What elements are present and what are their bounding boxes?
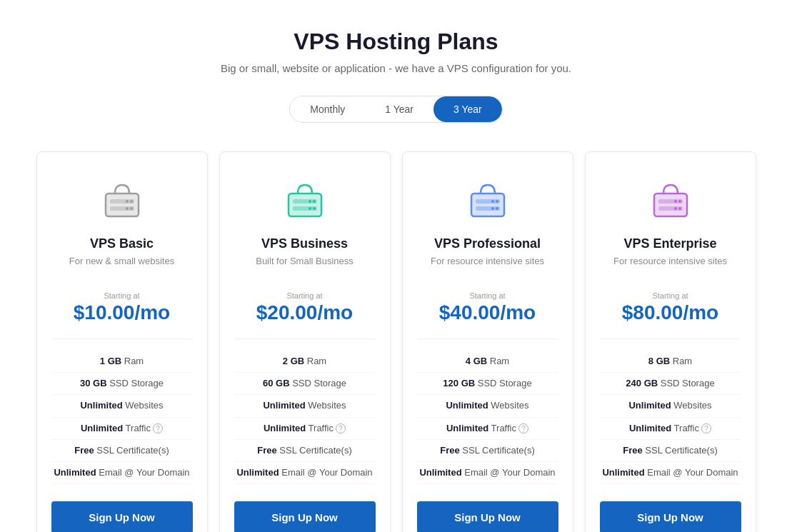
plan-icon-basic (97, 174, 147, 224)
svg-point-31 (674, 207, 677, 210)
feature-item: Free SSL Certificate(s) (234, 440, 376, 462)
svg-point-22 (491, 200, 494, 203)
plan-name: VPS Enterprise (623, 236, 716, 251)
tooltip-icon[interactable]: ? (518, 423, 528, 433)
features-list: 1 GB Ram30 GB SSD StorageUnlimited Websi… (51, 338, 193, 484)
feature-item: Free SSL Certificate(s) (417, 440, 558, 462)
tooltip-icon[interactable]: ? (701, 423, 711, 433)
plan-card-enterprise: VPS Enterprise For resource intensive si… (585, 151, 756, 532)
plan-icon-enterprise (646, 174, 696, 224)
svg-rect-24 (654, 194, 687, 216)
svg-point-7 (126, 207, 129, 210)
feature-item: Free SSL Certificate(s) (51, 440, 193, 462)
feature-item: 240 GB SSD Storage (600, 373, 741, 395)
features-list: 8 GB Ram240 GB SSD StorageUnlimited Webs… (600, 338, 741, 484)
plan-desc: For new & small websites (69, 256, 174, 278)
feature-item: Unlimited Traffic? (234, 418, 376, 440)
tooltip-icon[interactable]: ? (153, 423, 163, 433)
tooltip-icon[interactable]: ? (336, 423, 346, 433)
feature-item: 1 GB Ram (51, 351, 193, 373)
page-title: VPS Hosting Plans (14, 29, 778, 55)
plan-icon-business (280, 174, 330, 224)
feature-item: 8 GB Ram (600, 351, 741, 373)
svg-point-13 (313, 207, 316, 210)
feature-item: Unlimited Traffic? (600, 418, 741, 440)
plan-name: VPS Basic (90, 236, 154, 251)
feature-item: Unlimited Websites (51, 395, 193, 417)
feature-item: 2 GB Ram (234, 351, 376, 373)
feature-item: Unlimited Websites (234, 395, 376, 417)
features-list: 2 GB Ram60 GB SSD StorageUnlimited Websi… (234, 338, 376, 484)
svg-point-6 (126, 200, 129, 203)
svg-point-29 (678, 207, 681, 210)
billing-3year-button[interactable]: 3 Year (433, 96, 502, 122)
feature-item: Unlimited Email @ Your Domain (417, 462, 558, 484)
feature-item: Unlimited Traffic? (417, 418, 558, 440)
plan-card-basic: VPS Basic For new & small websites Start… (36, 151, 208, 532)
feature-item: Unlimited Email @ Your Domain (600, 462, 741, 484)
feature-item: 30 GB SSD Storage (51, 373, 193, 395)
signup-button-business[interactable]: Sign Up Now (234, 501, 376, 532)
plan-name: VPS Business (261, 236, 348, 251)
starting-at-label: Starting at (469, 291, 505, 300)
plan-desc: For resource intensive sites (613, 256, 727, 278)
svg-point-14 (309, 200, 311, 203)
svg-rect-16 (471, 194, 504, 216)
svg-rect-8 (289, 194, 321, 216)
features-list: 4 GB Ram120 GB SSD StorageUnlimited Webs… (417, 338, 558, 484)
svg-point-20 (496, 200, 498, 203)
plan-price: $80.00/mo (622, 301, 718, 324)
starting-at-label: Starting at (652, 291, 688, 300)
plan-name: VPS Professional (434, 236, 541, 251)
plan-price: $20.00/mo (256, 301, 353, 324)
plan-card-professional: VPS Professional For resource intensive … (402, 151, 573, 532)
feature-item: Free SSL Certificate(s) (600, 440, 741, 462)
page-subtitle: Big or small, website or application - w… (14, 62, 778, 74)
svg-rect-0 (106, 194, 139, 216)
starting-at-label: Starting at (104, 291, 139, 300)
svg-point-4 (130, 200, 133, 203)
feature-item: Unlimited Email @ Your Domain (51, 462, 193, 484)
plans-container: VPS Basic For new & small websites Start… (18, 151, 775, 532)
svg-point-21 (496, 207, 498, 210)
svg-point-30 (674, 200, 677, 203)
plan-card-business: VPS Business Built for Small Business St… (219, 151, 391, 532)
plan-desc: Built for Small Business (256, 256, 354, 278)
feature-item: 120 GB SSD Storage (417, 373, 558, 395)
feature-item: 60 GB SSD Storage (234, 373, 376, 395)
svg-point-28 (678, 200, 681, 203)
billing-toggle: Monthly 1 Year 3 Year (289, 96, 502, 123)
svg-point-15 (309, 207, 311, 210)
signup-button-professional[interactable]: Sign Up Now (417, 501, 558, 532)
svg-point-23 (491, 207, 494, 210)
feature-item: 4 GB Ram (417, 351, 558, 373)
svg-point-12 (313, 200, 316, 203)
plan-price: $40.00/mo (439, 301, 536, 324)
feature-item: Unlimited Traffic? (51, 418, 193, 440)
signup-button-enterprise[interactable]: Sign Up Now (600, 501, 741, 532)
feature-item: Unlimited Websites (600, 395, 741, 417)
plan-desc: For resource intensive sites (431, 256, 544, 278)
billing-1year-button[interactable]: 1 Year (365, 96, 433, 122)
svg-point-5 (130, 207, 133, 210)
feature-item: Unlimited Email @ Your Domain (234, 462, 376, 484)
feature-item: Unlimited Websites (417, 395, 558, 417)
signup-button-basic[interactable]: Sign Up Now (51, 501, 193, 532)
plan-icon-professional (463, 174, 513, 224)
plan-price: $10.00/mo (74, 301, 170, 324)
billing-monthly-button[interactable]: Monthly (290, 96, 365, 122)
starting-at-label: Starting at (286, 291, 322, 300)
